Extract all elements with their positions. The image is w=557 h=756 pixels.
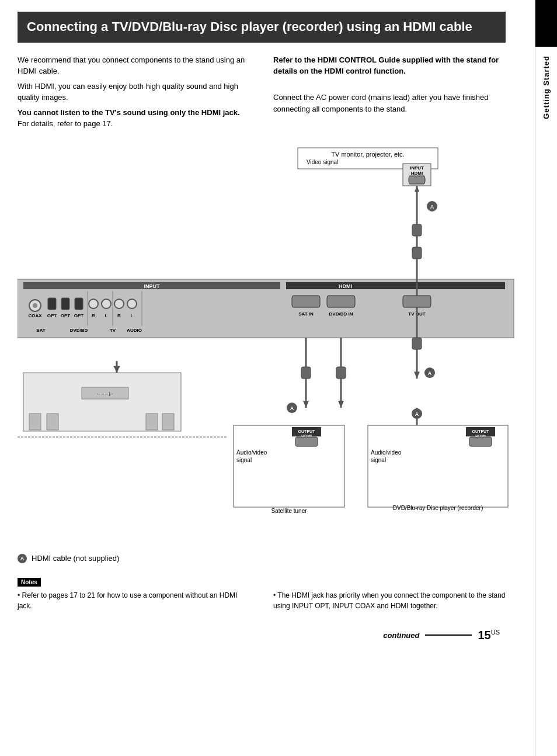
input-hdmi-text1: INPUT [410, 165, 424, 171]
opt-label-1: OPT [47, 313, 57, 318]
dvdbd-label: DVD/BD [70, 328, 88, 333]
page-title: Connecting a TV/DVD/Blu-ray Disc player … [27, 19, 496, 36]
svg-point-23 [127, 299, 137, 308]
notes-header: Notes [18, 578, 41, 587]
svg-text:A: A [290, 405, 294, 411]
page-number: 15 [478, 629, 490, 641]
diagram-container: TV monitor, projector, etc. Video signal… [18, 145, 520, 566]
svg-rect-51 [336, 367, 346, 379]
svg-rect-15 [61, 298, 69, 310]
intro-p3-normal: For details, refer to page 17. [18, 119, 113, 128]
svg-rect-67 [146, 414, 158, 430]
coax-label: COAX [28, 313, 42, 318]
svg-point-17 [89, 299, 98, 308]
output-hdmi-dvd: OUTPUT [472, 429, 490, 434]
svg-marker-36 [414, 372, 420, 379]
input-hdmi-text2: HDMI [411, 171, 423, 176]
svg-point-13 [33, 303, 37, 308]
tv-monitor-label: TV monitor, projector, etc. [331, 151, 404, 158]
output-hdmi-sat: OUTPUT [298, 429, 316, 434]
svg-marker-43 [303, 401, 309, 408]
svg-rect-16 [75, 298, 83, 310]
av-signal-dvd-2: signal [371, 457, 386, 463]
av-signal-dvd-1: Audio/video [371, 449, 402, 456]
intro-p2: With HDMI, you can easily enjoy both hig… [18, 81, 250, 103]
svg-point-21 [114, 299, 124, 308]
svg-text:L: L [105, 313, 108, 318]
intro-right-p1: Refer to the HDMI CONTROL Guide supplied… [273, 54, 506, 77]
svg-rect-30 [327, 296, 355, 307]
svg-text:A: A [428, 370, 432, 376]
notes-section: Notes • Refer to pages 17 to 21 for how … [18, 575, 506, 611]
av-signal-sat-1: Audio/video [236, 449, 267, 456]
svg-rect-68 [162, 414, 174, 430]
svg-marker-53 [338, 401, 344, 408]
video-signal-label: Video signal [307, 159, 338, 165]
audio-label: AUDIO [127, 328, 142, 333]
input-label: INPUT [144, 283, 161, 289]
opt-label-3: OPT [74, 313, 84, 318]
bullet-1: • [18, 591, 22, 599]
svg-marker-4 [415, 186, 419, 192]
svg-rect-66 [47, 414, 58, 430]
svg-rect-65 [29, 414, 41, 430]
intro-p1: We recommend that you connect components… [18, 54, 250, 77]
intro-p3-bold: You cannot listen to the TV's sound usin… [18, 108, 240, 117]
notes-columns: • Refer to pages 17 to 21 for how to use… [18, 590, 506, 611]
main-content: Connecting a TV/DVD/Blu-ray Disc player … [0, 0, 535, 654]
page-footer: continued 15US [18, 629, 506, 642]
opt-label-2: OPT [61, 313, 71, 318]
hdmi-label: HDMI [339, 283, 352, 289]
note2-text: The HDMI jack has priority when you conn… [273, 591, 506, 610]
notes-right: • The HDMI jack has priority when you co… [273, 590, 506, 611]
svg-rect-14 [48, 298, 56, 310]
annotation-a-1: A [430, 204, 434, 210]
av-signal-sat-2: signal [236, 457, 252, 463]
svg-text:R: R [117, 313, 121, 318]
intro-right-p2: Connect the AC power cord (mains lead) a… [273, 92, 506, 115]
svg-text:L: L [131, 313, 134, 318]
sat-label: SAT [36, 328, 46, 333]
side-tab: Getting Started [535, 0, 557, 756]
svg-text:-- --   -- |--: -- -- -- |-- [98, 391, 113, 396]
svg-rect-46 [295, 437, 318, 446]
svg-rect-7 [412, 247, 422, 259]
intro-left-col: We recommend that you connect components… [18, 54, 250, 133]
page-suffix: US [491, 629, 500, 636]
intro-p3: You cannot listen to the TV's sound usin… [18, 107, 250, 130]
intro-columns: We recommend that you connect components… [18, 54, 506, 133]
dvdbd-in-label: DVD/BD IN [329, 311, 353, 317]
svg-rect-31 [403, 296, 431, 307]
continued-line [425, 634, 472, 636]
svg-text:A: A [415, 411, 419, 417]
svg-rect-29 [292, 296, 320, 307]
side-tab-black-block [535, 0, 558, 47]
intro-right-col: Refer to the HDMI CONTROL Guide supplied… [273, 54, 506, 133]
dvd-player-label: DVD/Blu-ray Disc player (recorder) [393, 505, 483, 511]
svg-point-19 [102, 299, 111, 308]
tv-label: TV [110, 328, 116, 333]
svg-rect-33 [412, 338, 422, 349]
svg-rect-2 [409, 176, 425, 184]
diagram-svg: TV monitor, projector, etc. Video signal… [18, 145, 520, 566]
svg-text:R: R [92, 313, 95, 318]
note1-text: Refer to pages 17 to 21 for how to use a… [18, 591, 237, 610]
title-box: Connecting a TV/DVD/Blu-ray Disc player … [18, 12, 506, 43]
svg-rect-57 [469, 437, 492, 446]
sat-in-label: SAT IN [298, 311, 314, 317]
svg-rect-28 [286, 282, 505, 289]
svg-rect-39 [234, 425, 344, 507]
svg-rect-41 [301, 367, 311, 379]
page-number-area: 15US [478, 629, 500, 642]
side-tab-label: Getting Started [542, 56, 551, 119]
satellite-tuner-label: Satellite tuner [271, 508, 307, 514]
notes-left: • Refer to pages 17 to 21 for how to use… [18, 590, 250, 611]
svg-rect-6 [412, 224, 422, 236]
continued-label: continued [383, 631, 419, 640]
